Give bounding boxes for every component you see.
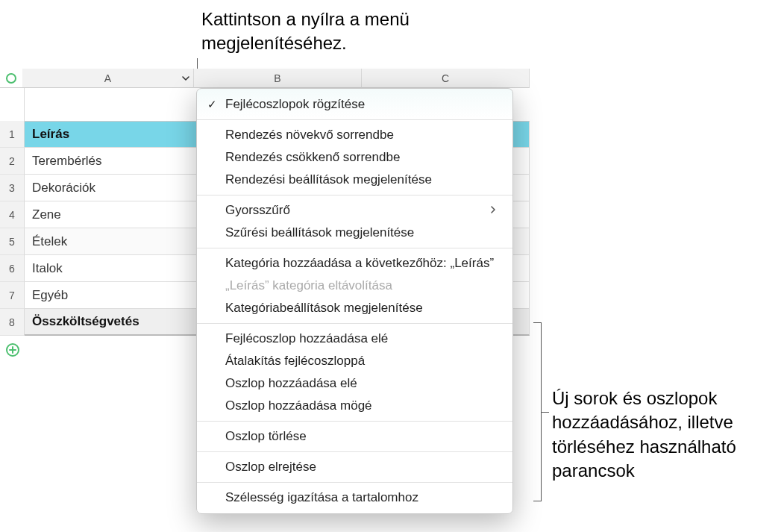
cell-value: Leírás xyxy=(32,127,69,142)
menu-item-label: Oszlop elrejtése xyxy=(225,460,316,475)
check-icon: ✓ xyxy=(207,98,217,111)
row-header[interactable]: 7 xyxy=(0,282,25,309)
menu-separator xyxy=(197,195,512,195)
menu-separator xyxy=(197,482,512,483)
column-header-label: A xyxy=(104,72,111,84)
annotation-bracket-tick xyxy=(542,412,549,413)
menu-item-label: Rendezés növekvő sorrendbe xyxy=(225,128,394,143)
menu-item-label: Oszlop hozzáadása elé xyxy=(225,376,357,391)
annotation-bottom-line4: parancsok xyxy=(552,459,736,483)
menu-item-label: Oszlop hozzáadása mögé xyxy=(225,398,372,413)
menu-item[interactable]: Oszlop törlése xyxy=(197,425,512,448)
menu-item-label: Fejlécoszlopok rögzítése xyxy=(225,97,365,112)
row-header-gap xyxy=(0,88,25,121)
annotation-top: Kattintson a nyílra a menü megjelenítésé… xyxy=(201,7,410,56)
row-header[interactable]: 5 xyxy=(0,228,25,255)
table-handle[interactable] xyxy=(0,69,22,88)
annotation-bottom-line2: hozzáadásához, illetve xyxy=(552,410,736,434)
menu-item[interactable]: Fejlécoszlop hozzáadása elé xyxy=(197,328,512,350)
menu-item-label: Szűrési beállítások megjelenítése xyxy=(225,225,414,240)
menu-separator xyxy=(197,119,512,120)
menu-item-label: Átalakítás fejlécoszloppá xyxy=(225,354,365,369)
row-headers-column: 1 2 3 4 5 6 7 8 xyxy=(0,88,25,357)
menu-separator xyxy=(197,248,512,248)
menu-separator xyxy=(197,451,512,452)
menu-item-label: „Leírás” kategória eltávolítása xyxy=(225,278,392,293)
menu-item[interactable]: Rendezés növekvő sorrendbe xyxy=(197,124,512,146)
menu-item[interactable]: Oszlop elrejtése xyxy=(197,456,512,478)
row-header[interactable]: 4 xyxy=(0,201,25,228)
menu-item-label: Fejlécoszlop hozzáadása elé xyxy=(225,331,388,346)
column-context-menu: ✓Fejlécoszlopok rögzítéseRendezés növekv… xyxy=(196,88,513,514)
cell-value: Összköltségvetés xyxy=(32,314,139,329)
menu-item[interactable]: Gyorsszűrő xyxy=(197,199,512,222)
column-header-label: B xyxy=(274,72,280,84)
row-header[interactable]: 3 xyxy=(0,175,25,201)
menu-item[interactable]: Kategória hozzáadása a következőhöz: „Le… xyxy=(197,252,512,275)
menu-item-label: Szélesség igazítása a tartalomhoz xyxy=(225,490,418,505)
menu-item[interactable]: Oszlop hozzáadása mögé xyxy=(197,395,512,417)
menu-item[interactable]: Átalakítás fejlécoszloppá xyxy=(197,350,512,372)
cell-value: Terembérlés xyxy=(32,154,102,169)
circle-icon xyxy=(6,73,16,84)
row-header[interactable]: 1 xyxy=(0,121,25,148)
cell-value: Egyéb xyxy=(32,288,68,303)
annotation-bottom-line1: Új sorok és oszlopok xyxy=(552,387,736,410)
menu-item[interactable]: Oszlop hozzáadása elé xyxy=(197,372,512,395)
menu-separator xyxy=(197,421,512,422)
cell-value: Zene xyxy=(32,207,61,222)
menu-item[interactable]: Kategóriabeállítások megjelenítése xyxy=(197,297,512,319)
menu-item[interactable]: Szélesség igazítása a tartalomhoz xyxy=(197,486,512,509)
menu-item-label: Rendezési beállítások megjelenítése xyxy=(225,172,432,187)
add-row-button[interactable] xyxy=(6,343,19,357)
menu-item: „Leírás” kategória eltávolítása xyxy=(197,275,512,297)
menu-item-label: Rendezés csökkenő sorrendbe xyxy=(225,150,400,165)
menu-separator xyxy=(197,323,512,324)
column-header-a[interactable]: A xyxy=(22,69,194,88)
chevron-right-icon xyxy=(490,203,496,218)
cell-value: Ételek xyxy=(32,234,67,249)
menu-item-label: Gyorsszűrő xyxy=(225,203,290,218)
row-header[interactable]: 8 xyxy=(0,309,25,336)
menu-item[interactable]: Rendezési beállítások megjelenítése xyxy=(197,169,512,191)
column-header-c[interactable]: C xyxy=(362,69,530,88)
menu-item[interactable]: ✓Fejlécoszlopok rögzítése xyxy=(197,93,512,116)
row-header[interactable]: 2 xyxy=(0,148,25,175)
menu-item[interactable]: Szűrési beállítások megjelenítése xyxy=(197,222,512,244)
row-header[interactable]: 6 xyxy=(0,255,25,282)
annotation-top-line1: Kattintson a nyílra a menü xyxy=(201,7,410,31)
cell-value: Dekorációk xyxy=(32,181,95,195)
menu-item-label: Kategóriabeállítások megjelenítése xyxy=(225,301,423,316)
menu-item[interactable]: Rendezés csökkenő sorrendbe xyxy=(197,146,512,169)
annotation-top-line2: megjelenítéséhez. xyxy=(201,31,410,55)
annotation-bottom: Új sorok és oszlopok hozzáadásához, ille… xyxy=(552,387,736,484)
column-headers-row: A B C xyxy=(0,69,530,88)
column-header-label: C xyxy=(442,72,449,84)
menu-item-label: Kategória hozzáadása a következőhöz: „Le… xyxy=(225,256,494,271)
annotation-bottom-line3: törléséhez használható xyxy=(552,435,736,459)
column-header-b[interactable]: B xyxy=(194,69,362,88)
menu-item-label: Oszlop törlése xyxy=(225,429,307,444)
chevron-down-icon[interactable] xyxy=(181,74,190,83)
cell-value: Italok xyxy=(32,261,63,276)
